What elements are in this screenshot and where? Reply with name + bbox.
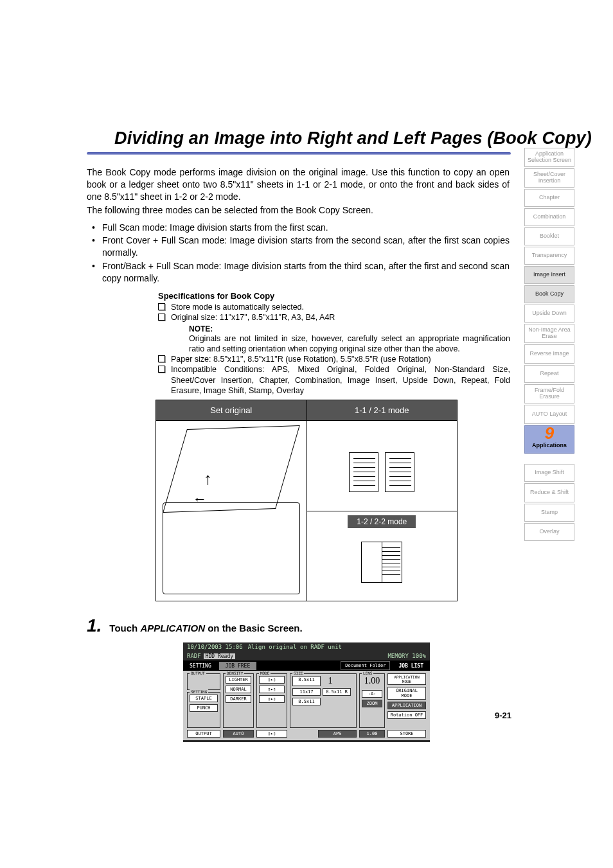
sidebar-item-chapter[interactable]: Chapter bbox=[524, 189, 574, 207]
page-icon bbox=[385, 452, 414, 492]
lens-value: 1.00 bbox=[362, 676, 382, 686]
sidebar-item-booklet[interactable]: Booklet bbox=[524, 227, 574, 245]
illust-header-right: 1-1 / 2-1 mode bbox=[307, 400, 458, 421]
spec-block: Specifications for Book Copy Store mode … bbox=[158, 291, 510, 396]
normal-button[interactable]: NORMAL bbox=[226, 686, 251, 693]
sidebar-item-applications-current[interactable]: 9 Applications bbox=[524, 425, 574, 454]
bullet-front-back: Front/Back + Full Scan mode: Image divis… bbox=[87, 260, 510, 285]
arrow-up-icon: ↑ bbox=[204, 469, 212, 489]
illustration: Set original 1-1 / 2-1 mode ↑ ← bbox=[155, 400, 458, 601]
copy-count: 1 bbox=[323, 676, 338, 686]
sidebar-item-sheet-cover[interactable]: Sheet/Cover Insertion bbox=[524, 168, 574, 188]
printer-body-icon bbox=[163, 502, 300, 594]
sidebar-item-image-shift[interactable]: Image Shift bbox=[524, 464, 574, 482]
sidebar-item-transparency[interactable]: Transparency bbox=[524, 247, 574, 265]
store-button[interactable]: STORE bbox=[387, 730, 426, 738]
size-d-button[interactable]: 8.5x11 bbox=[292, 698, 321, 705]
intro-block: The Book Copy mode performs image divisi… bbox=[87, 166, 510, 217]
sidebar-item-book-copy[interactable]: Book Copy bbox=[524, 285, 574, 303]
mode-4-button[interactable]: ▯▸▯ bbox=[256, 730, 287, 738]
darker-button[interactable]: DARKER bbox=[226, 695, 251, 703]
booklet-icon bbox=[361, 542, 402, 583]
size-b-button[interactable]: 11x17 bbox=[292, 688, 321, 696]
tab-setting[interactable]: SETTING bbox=[183, 662, 218, 670]
sidebar-item-stamp[interactable]: Stamp bbox=[524, 504, 574, 522]
mode-3-button[interactable]: ▯▸▯ bbox=[259, 695, 285, 703]
lighter-button[interactable]: LIGHTER bbox=[226, 676, 251, 684]
application-button[interactable]: APPLICATION bbox=[387, 702, 426, 709]
punch-button[interactable]: PUNCH bbox=[190, 704, 218, 712]
staple-button[interactable]: STAPLE bbox=[190, 695, 218, 702]
sidebar-item-auto-layout[interactable]: AUTO Layout bbox=[524, 405, 574, 424]
basic-screen: 10/10/2003 15:06 Align original on RADF … bbox=[183, 642, 430, 742]
lens-legend: LENS bbox=[362, 671, 373, 675]
screen-datetime: 10/10/2003 15:06 bbox=[187, 644, 243, 650]
tab-document-folder[interactable]: Document Folder bbox=[341, 661, 390, 670]
spec-title: Specifications for Book Copy bbox=[158, 291, 510, 301]
output-button[interactable]: OUTPUT bbox=[187, 730, 220, 738]
tab-job-list[interactable]: JOB LIST bbox=[392, 662, 430, 670]
spec-text: Original size: 11"x17", 8.5"x11"R, A3, B… bbox=[171, 313, 335, 322]
aps-button[interactable]: APS bbox=[318, 730, 357, 738]
checkbox-icon bbox=[158, 314, 165, 321]
printer-glass-icon bbox=[163, 425, 299, 513]
sidebar-highlight-label: Applications bbox=[532, 443, 567, 449]
sidebar-item-overlay[interactable]: Overlay bbox=[524, 523, 574, 541]
sidebar-item-upside-down[interactable]: Upside Down bbox=[524, 305, 574, 323]
lens-dash-button[interactable]: -A- bbox=[362, 690, 382, 698]
title-rule bbox=[87, 152, 511, 155]
note-text: Originals are not limited in size, howev… bbox=[189, 333, 510, 355]
note-label: NOTE: bbox=[189, 324, 510, 333]
mode-badge-12-22: 1-2 / 2-2 mode bbox=[348, 515, 416, 528]
step-1: 1. Touch APPLICATION on the Basic Screen… bbox=[87, 616, 613, 636]
note-block: NOTE: Originals are not limited in size,… bbox=[189, 324, 510, 355]
sidebar-item-image-insert[interactable]: Image Insert bbox=[524, 266, 574, 284]
hdd-ready-badge: HDD Ready bbox=[204, 653, 235, 659]
intro-p2: The following three modes can be selecte… bbox=[87, 204, 510, 217]
page-icon bbox=[349, 452, 378, 492]
density-legend: DENSITY bbox=[226, 671, 244, 675]
checkbox-icon bbox=[158, 303, 165, 310]
sidebar-item-frame-fold-erasure[interactable]: Frame/Fold Erasure bbox=[524, 384, 574, 403]
step-text: Touch APPLICATION on the Basic Screen. bbox=[109, 623, 302, 633]
sidebar-item-combination[interactable]: Combination bbox=[524, 208, 574, 226]
zoom-button[interactable]: ZOOM bbox=[362, 700, 382, 707]
mode-1-button[interactable]: ▯▸▯ bbox=[259, 676, 285, 684]
screen-msg: Align original on RADF unit bbox=[248, 644, 342, 650]
memory-label: MEMORY 100% bbox=[387, 653, 426, 659]
arrow-left-icon: ← bbox=[193, 491, 207, 508]
lens-one-button[interactable]: 1.00 bbox=[359, 730, 385, 738]
size-legend: SIZE bbox=[292, 671, 304, 675]
spec-item-paper-size: Paper size: 8.5"x11", 8.5"x11"R (use Rot… bbox=[158, 354, 510, 364]
illust-printer: ↑ ← bbox=[156, 421, 307, 601]
checkbox-icon bbox=[158, 355, 165, 362]
mode-2-button[interactable]: ▯▸▯ bbox=[259, 686, 285, 693]
rotation-button[interactable]: Rotation OFF bbox=[387, 711, 426, 719]
spec-item-incompatible: Incompatible Conditions: APS, Mixed Orig… bbox=[158, 364, 510, 396]
sidebar-item-reverse-image[interactable]: Reverse Image bbox=[524, 344, 574, 364]
size-c-button[interactable]: 8.5x11 R bbox=[323, 688, 351, 696]
bullet-full-scan: Full Scan mode: Image division starts fr… bbox=[87, 222, 510, 234]
output-legend: OUTPUT bbox=[190, 671, 206, 675]
mode-legend: MODE bbox=[259, 671, 271, 675]
auto-density-button[interactable]: AUTO bbox=[223, 730, 254, 738]
step-number: 1. bbox=[87, 616, 102, 636]
sidebar-item-app-selection[interactable]: Application Selection Screen bbox=[524, 148, 574, 167]
tab-job-free[interactable]: JOB FREE bbox=[219, 662, 257, 670]
radf-label: RADF bbox=[187, 653, 201, 659]
spec-text: Incompatible Conditions: APS, Mixed Orig… bbox=[171, 365, 510, 395]
sidebar-item-reduce-shift[interactable]: Reduce & Shift bbox=[524, 483, 574, 502]
setting-legend: SETTING bbox=[190, 689, 208, 694]
bullet-front-cover: Front Cover + Full Scan mode: Image divi… bbox=[87, 235, 510, 259]
step-prefix: Touch bbox=[109, 623, 140, 633]
checkbox-icon bbox=[158, 366, 165, 373]
sidebar-item-repeat[interactable]: Repeat bbox=[524, 365, 574, 383]
size-a-button[interactable]: 8.5x11 bbox=[292, 676, 321, 686]
app-mode-label: APPLICATION MODE bbox=[387, 673, 426, 685]
page-title: Dividing an Image into Right and Left Pa… bbox=[114, 128, 613, 148]
sidebar: Application Selection Screen Sheet/Cover… bbox=[524, 148, 574, 541]
original-mode-button[interactable]: ORIGINAL MODE bbox=[387, 687, 426, 700]
illust-header-left: Set original bbox=[156, 400, 307, 421]
sidebar-item-non-image-erase[interactable]: Non-Image Area Erase bbox=[524, 324, 574, 343]
page-number: 9-21 bbox=[495, 711, 511, 720]
